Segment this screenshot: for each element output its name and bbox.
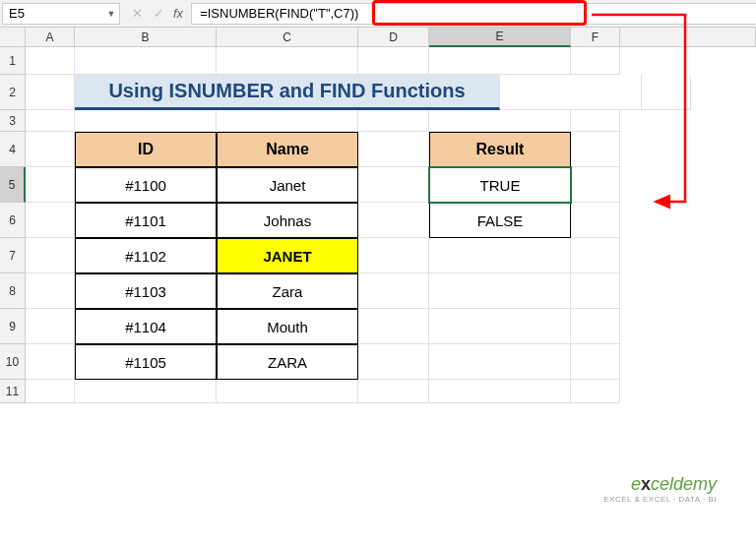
cell[interactable] [571,273,620,309]
cell[interactable] [358,132,429,167]
row-header-3[interactable]: 3 [0,110,26,132]
row-10: 10 #1105 ZARA [0,344,756,380]
col-header-B[interactable]: B [75,28,217,47]
cell[interactable] [26,47,75,75]
cell[interactable] [429,238,571,273]
cell[interactable] [571,344,620,380]
row-header-2[interactable]: 2 [0,75,26,110]
col-header-E[interactable]: E [429,28,571,47]
cell[interactable] [571,238,620,273]
col-header-D[interactable]: D [358,28,429,47]
cell[interactable] [26,273,75,309]
row-header-1[interactable]: 1 [0,47,26,75]
row-3: 3 [0,110,756,132]
cell-result[interactable]: FALSE [429,203,571,238]
watermark-sub: EXCEL & EXCEL · DATA · BI [603,495,717,504]
cell[interactable] [429,47,571,75]
cell[interactable] [358,110,429,132]
cell-name-highlighted[interactable]: JANET [217,238,358,273]
cell-result-active[interactable]: TRUE [429,167,571,203]
cell-id[interactable]: #1100 [75,167,217,203]
spreadsheet-grid[interactable]: A B C D E F 1 2 Using ISNUMBER and FIND … [0,28,756,543]
rows: 1 2 Using ISNUMBER and FIND Functions 3 … [0,47,756,403]
col-header-A[interactable]: A [26,28,75,47]
cell-name[interactable]: Janet [217,167,358,203]
cell[interactable] [358,380,429,403]
cell[interactable] [500,75,642,110]
wm-pre: e [631,474,641,494]
cell[interactable] [358,273,429,309]
cell[interactable] [358,203,429,238]
title-cell[interactable]: Using ISNUMBER and FIND Functions [75,75,500,110]
formula-bar: E5 ▼ ✕ ✓ fx =ISNUMBER(FIND("T",C7)) [0,0,756,28]
cell[interactable] [358,238,429,273]
cell[interactable] [358,309,429,344]
fx-icon[interactable]: fx [169,6,187,21]
cancel-icon: ✕ [126,6,148,21]
cell-name[interactable]: ZARA [217,344,358,380]
cell[interactable] [571,167,620,203]
cell[interactable] [75,380,217,403]
cell[interactable] [217,110,358,132]
row-header-10[interactable]: 10 [0,344,26,380]
cell[interactable] [571,380,620,403]
cell[interactable] [571,110,620,132]
cell[interactable] [75,47,217,75]
row-header-9[interactable]: 9 [0,309,26,344]
header-name[interactable]: Name [217,132,358,167]
cell[interactable] [429,344,571,380]
formula-input[interactable]: =ISNUMBER(FIND("T",C7)) [191,3,756,25]
row-header-4[interactable]: 4 [0,132,26,167]
cell-id[interactable]: #1104 [75,309,217,344]
confirm-icon: ✓ [148,6,169,21]
name-box-dropdown-icon[interactable]: ▼ [103,9,119,19]
cell[interactable] [75,110,217,132]
cell[interactable] [571,132,620,167]
cell-name[interactable]: Johnas [217,203,358,238]
row-header-6[interactable]: 6 [0,203,26,238]
cell[interactable] [26,203,75,238]
cell[interactable] [26,238,75,273]
row-header-7[interactable]: 7 [0,238,26,273]
cell[interactable] [571,309,620,344]
name-box[interactable]: E5 ▼ [2,3,120,25]
cell[interactable] [571,47,620,75]
row-5: 5 #1100 Janet TRUE [0,167,756,203]
row-header-5[interactable]: 5 [0,167,26,203]
cell-name[interactable]: Mouth [217,309,358,344]
col-header-C[interactable]: C [217,28,358,47]
cell[interactable] [358,167,429,203]
cell[interactable] [358,344,429,380]
cell[interactable] [26,309,75,344]
cell[interactable] [26,380,75,403]
cell-id[interactable]: #1101 [75,203,217,238]
cell[interactable] [358,47,429,75]
cell[interactable] [26,110,75,132]
cell-id[interactable]: #1103 [75,273,217,309]
cell-id[interactable]: #1105 [75,344,217,380]
cell[interactable] [217,380,358,403]
cell[interactable] [26,75,75,110]
row-header-8[interactable]: 8 [0,273,26,309]
header-id[interactable]: ID [75,132,217,167]
cell[interactable] [642,75,691,110]
cell[interactable] [429,273,571,309]
row-6: 6 #1101 Johnas FALSE [0,203,756,238]
cell[interactable] [26,132,75,167]
row-1: 1 [0,47,756,75]
header-result[interactable]: Result [429,132,571,167]
cell-id[interactable]: #1102 [75,238,217,273]
cell[interactable] [26,167,75,203]
row-header-11[interactable]: 11 [0,380,26,403]
cell[interactable] [429,309,571,344]
cell-name[interactable]: Zara [217,273,358,309]
cell[interactable] [429,110,571,132]
cell[interactable] [217,47,358,75]
col-header-F[interactable]: F [571,28,620,47]
cell[interactable] [26,344,75,380]
select-all-corner[interactable] [0,28,26,47]
cell[interactable] [571,203,620,238]
cell[interactable] [429,380,571,403]
watermark: exceldemy EXCEL & EXCEL · DATA · BI [603,474,717,504]
watermark-main: exceldemy [603,474,717,495]
